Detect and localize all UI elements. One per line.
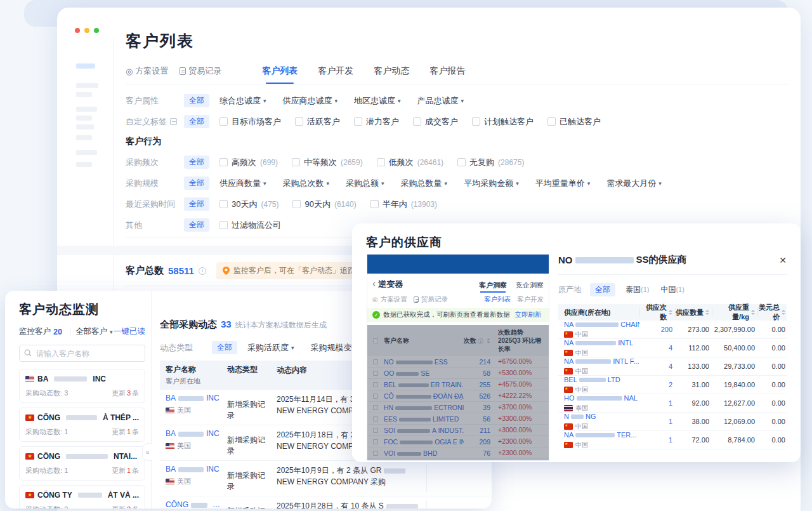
sidebar-item[interactable] bbox=[76, 135, 92, 140]
search-input[interactable] bbox=[19, 345, 145, 362]
filter-dropdown[interactable]: 供应商数量▾ bbox=[219, 178, 266, 189]
sort-icon[interactable] bbox=[782, 310, 785, 315]
filter-checkbox[interactable]: 无复购(28675) bbox=[457, 157, 524, 168]
sort-icon[interactable] bbox=[705, 310, 709, 315]
table-row[interactable]: VOIBHD 76 +2300.00% bbox=[367, 448, 549, 459]
sidebar-item[interactable] bbox=[76, 107, 97, 112]
supplier-row[interactable]: NNG 中国 1 38.00 12,069.00 0.00 bbox=[558, 413, 787, 431]
close-window-icon[interactable] bbox=[75, 28, 80, 33]
customer-name-link[interactable]: CÔNGPHÀ... bbox=[166, 500, 222, 508]
filter-checkbox[interactable]: 过滤物流公司 bbox=[219, 220, 285, 231]
tab-customer-development[interactable]: 客户开发 bbox=[517, 295, 544, 304]
filter-dropdown[interactable]: 采购活跃度▾ bbox=[247, 342, 294, 354]
supplier-name-link[interactable]: HONAL L... bbox=[564, 394, 639, 402]
filter-dropdown[interactable]: 地区忠诚度▾ bbox=[354, 95, 401, 107]
table-row[interactable]: CÔĐOÀN ĐẠT 526 +4222.22% bbox=[367, 390, 549, 402]
filter-checkbox[interactable]: 已触达客户 bbox=[547, 116, 601, 128]
minimize-window-icon[interactable] bbox=[84, 28, 89, 33]
customer-scope-dropdown[interactable]: 全部客户▾ bbox=[75, 326, 113, 337]
maximize-window-icon[interactable] bbox=[94, 28, 99, 33]
filter-dropdown[interactable]: 采购总数量▾ bbox=[401, 178, 448, 189]
mark-all-read-button[interactable]: 一键已读 bbox=[114, 326, 145, 337]
table-row[interactable]: FOCOGIA E IN... 209 +2300.00% bbox=[367, 436, 549, 448]
row-checkbox[interactable] bbox=[373, 359, 378, 364]
sidebar-item-active[interactable] bbox=[76, 63, 95, 69]
table-row[interactable]: NOESS 214 +6750.00% bbox=[367, 356, 549, 368]
filter-checkbox[interactable]: 潜力客户 bbox=[354, 116, 399, 128]
sidebar-item[interactable] bbox=[76, 116, 92, 121]
plan-settings-button[interactable]: ◎ 方案设置 bbox=[126, 65, 168, 77]
supplier-row[interactable]: NACHAIN 中国 200 273.00 2,307,990.00 0.00 bbox=[558, 321, 787, 339]
tab-customer-list[interactable]: 客户列表 bbox=[484, 295, 511, 304]
table-row[interactable]: BELER TRAIN... 255 +4575.00% bbox=[367, 379, 549, 390]
tab-customer-list[interactable]: 客户列表 bbox=[262, 65, 298, 84]
filter-dropdown[interactable]: 供应商忠诚度▾ bbox=[283, 95, 338, 107]
row-checkbox[interactable] bbox=[373, 451, 378, 456]
supplier-row[interactable]: BELLTD 中国 2 31.00 19,840.00 0.00 bbox=[558, 376, 787, 394]
collapse-panel-handle[interactable]: « bbox=[142, 443, 152, 461]
filter-checkbox[interactable]: 90天内(6140) bbox=[292, 199, 356, 210]
filter-checkbox[interactable]: 低频次(26461) bbox=[377, 157, 443, 168]
filter-all-chip[interactable]: 全部 bbox=[184, 176, 209, 190]
sort-icon[interactable] bbox=[487, 338, 490, 343]
customer-name-link[interactable]: BAINC bbox=[166, 465, 222, 474]
filter-checkbox[interactable]: 高频次(699) bbox=[219, 157, 278, 168]
tab-customer-activity[interactable]: 客户动态 bbox=[374, 65, 409, 84]
tab-competitor-insight[interactable]: 竞企洞察 bbox=[516, 281, 544, 290]
back-icon[interactable]: ‹ bbox=[372, 278, 376, 289]
tab-customer-report[interactable]: 客户报告 bbox=[429, 65, 465, 84]
activity-row[interactable]: CÔNGPHÀ... 越南 新增采购记录 2025年10月28日，有 10 条从… bbox=[160, 496, 492, 508]
tab-customer-development[interactable]: 客户开发 bbox=[318, 65, 353, 84]
filter-dropdown[interactable]: 产品忠诚度▾ bbox=[417, 95, 464, 107]
table-row[interactable]: EESLIMITED 56 +3300.00% bbox=[367, 413, 549, 425]
supplier-name-link[interactable]: NAINTL bbox=[564, 339, 639, 347]
sort-icon[interactable] bbox=[669, 310, 672, 315]
tab-customer-insight[interactable]: 客户洞察 bbox=[479, 281, 507, 290]
refresh-now-link[interactable]: 立即刷新 bbox=[515, 310, 542, 319]
close-icon[interactable]: ✕ bbox=[779, 255, 787, 265]
filter-dropdown[interactable]: 需求最大月份▾ bbox=[606, 178, 662, 189]
customer-name-link[interactable]: BAINC bbox=[166, 429, 222, 438]
filter-all-chip[interactable]: 全部 bbox=[184, 156, 209, 169]
filter-dropdown[interactable]: 综合忠诚度▾ bbox=[219, 95, 266, 107]
filter-dropdown[interactable]: 平均重量单价▾ bbox=[535, 178, 591, 189]
table-row[interactable]: CÔT NHẬP K... 36 +2100.00% bbox=[367, 459, 549, 461]
origin-all-chip[interactable]: 全部 bbox=[590, 283, 615, 296]
monitored-customer-card[interactable]: BAINC 采购动态数: 3 更新3条 bbox=[19, 369, 145, 403]
supplier-row[interactable]: NAINTL F... 中国 4 133.00 29,733.00 0.00 bbox=[558, 357, 787, 376]
monitored-customer-card[interactable]: CÔNGÀ THÉP ... 采购动态数: 1 更新1条 bbox=[19, 408, 145, 442]
filter-checkbox[interactable]: 30天内(475) bbox=[219, 199, 278, 210]
origin-option[interactable]: 中国(1) bbox=[660, 284, 684, 295]
row-checkbox[interactable] bbox=[373, 405, 378, 410]
filter-checkbox[interactable]: 活跃客户 bbox=[295, 116, 340, 128]
monitored-customer-card[interactable]: CÔNG TYÁT VÀ ... 采购动态数: 2 更新2条 bbox=[19, 485, 145, 508]
row-checkbox[interactable] bbox=[373, 371, 378, 376]
supplier-name-link[interactable]: BELLTD bbox=[564, 376, 639, 383]
filter-checkbox[interactable]: 目标市场客户 bbox=[219, 116, 281, 128]
table-row[interactable]: HNECTRONI... 39 +3700.00% bbox=[367, 402, 549, 413]
filter-dropdown[interactable]: 采购总额▾ bbox=[346, 178, 384, 189]
plan-settings-button[interactable]: ◎方案设置 bbox=[372, 295, 407, 304]
row-checkbox[interactable] bbox=[373, 416, 378, 421]
row-checkbox[interactable] bbox=[373, 394, 378, 399]
filter-all-chip[interactable]: 全部 bbox=[184, 218, 209, 232]
supplier-row[interactable]: NATER... 中国 1 72.00 8,784.00 0.00 bbox=[558, 431, 787, 449]
supplier-name-link[interactable]: NNG bbox=[564, 413, 639, 420]
filter-checkbox[interactable]: 中等频次(2659) bbox=[292, 157, 363, 168]
table-row[interactable]: OOSE 58 +5300.00% bbox=[367, 368, 549, 379]
supplier-row[interactable]: NAINTL 中国 4 112.00 50,400.00 0.00 bbox=[558, 339, 787, 357]
trade-records-button[interactable]: 贸易记录 bbox=[414, 295, 448, 304]
monitored-customer-card[interactable]: CÔNGNTAI... 采购动态数: 1 更新1条 bbox=[19, 446, 145, 481]
row-checkbox[interactable] bbox=[373, 428, 378, 433]
filter-checkbox[interactable]: 计划触达客户 bbox=[472, 116, 534, 128]
filter-checkbox[interactable]: 成交客户 bbox=[413, 116, 458, 128]
supplier-name-link[interactable]: NACHAIN bbox=[564, 321, 639, 328]
sidebar-item[interactable] bbox=[76, 92, 92, 97]
filter-dropdown[interactable]: 平均采购金额▾ bbox=[464, 178, 519, 189]
filter-all-chip[interactable]: 全部 bbox=[212, 341, 237, 354]
edit-tag-icon[interactable] bbox=[170, 118, 177, 125]
supplier-name-link[interactable]: NAINTL F... bbox=[564, 357, 639, 365]
filter-all-chip[interactable]: 全部 bbox=[184, 115, 209, 128]
select-all-checkbox[interactable] bbox=[373, 338, 378, 343]
sort-icon[interactable] bbox=[751, 310, 755, 315]
